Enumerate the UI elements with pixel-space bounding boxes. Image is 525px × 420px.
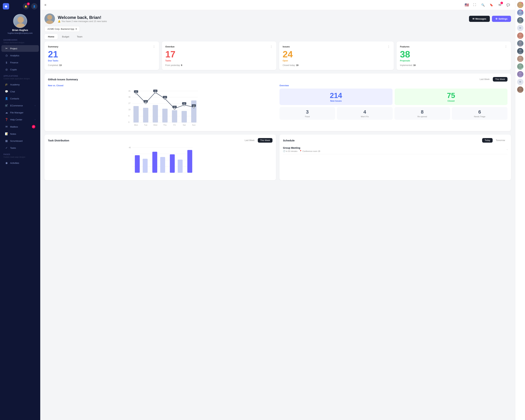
sidebar-item-academy[interactable]: 🎓 Academy [1, 81, 39, 88]
applications-section-label: APPLICATIONS [0, 73, 40, 78]
svg-rect-60 [160, 157, 165, 173]
stat-card-title: Issues [283, 45, 290, 48]
chart-inner: New vs. Closed 45 36 27 18 9 0 [48, 84, 507, 128]
notifications-badge: 3 [27, 2, 30, 5]
right-avatar-placeholder-2[interactable]: M [517, 79, 524, 85]
right-avatar-10[interactable] [517, 86, 524, 93]
sidebar-item-contacts[interactable]: 👤 Contacts [1, 95, 39, 102]
fixed-label: Fixed [281, 115, 333, 118]
stat-footer: Closed today: 19 [283, 64, 390, 66]
sidebar-item-notes[interactable]: 📝 Notes [1, 131, 39, 137]
tabs-bar: Home Budget Team [40, 34, 515, 41]
stat-more-button[interactable]: ⋮ [387, 45, 390, 48]
tab-budget[interactable]: Budget [58, 34, 73, 39]
svg-point-74 [519, 49, 522, 52]
svg-text:Fri: Fri [173, 124, 176, 126]
project-dropdown[interactable]: ACME Corp. Backend App ▾ [45, 26, 80, 32]
right-avatar-6[interactable] [517, 48, 524, 54]
task-dist-last-week-button[interactable]: Last Week [242, 138, 257, 143]
pages-section-label: PAGES [0, 151, 40, 156]
sidebar-item-project[interactable]: ✂ Project [1, 45, 39, 52]
schedule-arrow-icon[interactable]: › [507, 148, 507, 151]
bookmark-button[interactable]: 🔖 [489, 2, 494, 8]
sidebar-item-chat[interactable]: 💬 Chat [1, 88, 39, 95]
tabs: Home Budget Team [45, 34, 511, 39]
right-avatar-placeholder-1[interactable]: M [517, 25, 524, 31]
settings-button[interactable]: ⚙ Settings [492, 16, 511, 22]
sidebar-item-finance[interactable]: $ Finance [1, 59, 39, 66]
profile-button[interactable]: 👤 [31, 3, 38, 9]
task-dist-week-toggle: Last Week This Week [242, 138, 272, 143]
settings-icon: ⚙ [496, 18, 497, 20]
right-avatar-5[interactable] [517, 40, 524, 47]
sidebar-item-analytics[interactable]: ◷ Analytics [1, 52, 39, 59]
bell-icon: 🔔 [58, 20, 61, 23]
sidebar-item-mailbox[interactable]: ✉ Mailbox 27 [1, 123, 39, 130]
stat-more-button[interactable]: ⋮ [270, 45, 273, 48]
reopened-label: Re-opened [396, 115, 448, 118]
schedule-item-title: Group Meeting [283, 147, 320, 149]
right-avatar-1[interactable] [517, 2, 524, 8]
github-issues-section: Github Issues Summary Last Week This Wee… [45, 74, 511, 131]
stat-number: 21 [48, 50, 156, 59]
right-avatar-3[interactable] [517, 17, 524, 23]
cart-button[interactable]: 🛍 5 [497, 2, 503, 8]
notifications-button[interactable]: 🔔 3 [23, 3, 29, 9]
content-area: Summary ⋮ 21 Due Tasks Completed: 13 Ove… [40, 41, 515, 185]
svg-rect-22 [191, 101, 197, 122]
sidebar-item-crypto[interactable]: ◎ Crypto [1, 66, 39, 73]
stat-card-title: Overdue [165, 45, 175, 48]
stat-card-header: Issues ⋮ [283, 45, 390, 48]
fullscreen-button[interactable]: ⛶ [472, 2, 478, 8]
stat-number: 17 [165, 50, 273, 59]
new-issues-label: New Issues [282, 100, 390, 102]
right-avatar-4[interactable] [517, 33, 524, 39]
sidebar-item-tasks[interactable]: ✓ Tasks [1, 145, 39, 151]
stat-more-button[interactable]: ⋮ [153, 45, 156, 48]
right-avatar-7[interactable] [517, 56, 524, 62]
svg-text:9: 9 [129, 115, 130, 117]
right-avatar-9[interactable] [517, 71, 524, 77]
project-selector-wrapper: ACME Corp. Backend App ▾ [40, 26, 515, 34]
svg-text:0: 0 [129, 121, 130, 123]
needs-triage-label: Needs Triage [454, 115, 506, 118]
hamburger-menu-button[interactable]: ≡ [45, 3, 46, 7]
this-week-button[interactable]: This Week [493, 77, 507, 82]
sidebar-item-activities[interactable]: ◉ Activities [1, 160, 39, 166]
search-button[interactable]: 🔍 [480, 2, 486, 8]
schedule-time: 🕐 in 32 minutes [283, 150, 297, 152]
sidebar-item-scrumboard[interactable]: ▦ Scrumboard [1, 138, 39, 144]
svg-text:25: 25 [183, 103, 185, 104]
sidebar-item-ecommerce[interactable]: 🛒 ECommerce › [1, 102, 39, 109]
main-content: ≡ 🇺🇸 ⛶ 🔍 🔖 🛍 5 💬 Welcome back, Bria [40, 0, 515, 420]
right-avatar-8[interactable] [517, 63, 524, 70]
schedule-meta: 🕐 in 32 minutes 📍 Conference room 1B [283, 150, 320, 152]
tomorrow-button[interactable]: Tomorrow [493, 138, 507, 143]
stat-more-button[interactable]: ⋮ [505, 45, 507, 48]
last-week-button[interactable]: Last Week [477, 77, 492, 82]
contacts-icon: 👤 [5, 97, 8, 100]
schedule-location: 📍 Conference room 1B [300, 150, 320, 152]
sidebar-item-label: ECommerce [10, 104, 23, 107]
messages-header-button[interactable]: 💬 [506, 2, 511, 8]
sidebar: ◈ 🔔 3 👤 Brian Hughes hughes.brian@compan… [0, 0, 40, 420]
location-icon: 📍 [300, 150, 302, 152]
stat-card-title: Features [400, 45, 410, 48]
task-dist-this-week-button[interactable]: This Week [258, 138, 272, 143]
today-button[interactable]: Today [482, 138, 493, 143]
notes-icon: 📝 [5, 132, 8, 135]
language-flag[interactable]: 🇺🇸 [465, 3, 469, 7]
notification-dot [522, 9, 524, 11]
sidebar-item-file-manager[interactable]: ☁ File Manager [1, 109, 39, 116]
right-avatar-2[interactable] [517, 9, 524, 16]
svg-point-82 [519, 87, 522, 90]
sidebar-item-help-center[interactable]: ❓ Help Center › [1, 116, 39, 123]
messages-button[interactable]: ✉ Messages [469, 16, 490, 22]
tab-home[interactable]: Home [45, 34, 58, 39]
stat-number: 38 [400, 50, 508, 59]
welcome-subtitle: 🔔 You have 2 new messages and 15 new tas… [58, 20, 107, 23]
sidebar-item-label: Help Center [10, 118, 22, 121]
tab-team[interactable]: Team [73, 34, 86, 39]
stat-label: Due Tasks [48, 59, 156, 62]
activities-icon: ◉ [5, 161, 8, 165]
